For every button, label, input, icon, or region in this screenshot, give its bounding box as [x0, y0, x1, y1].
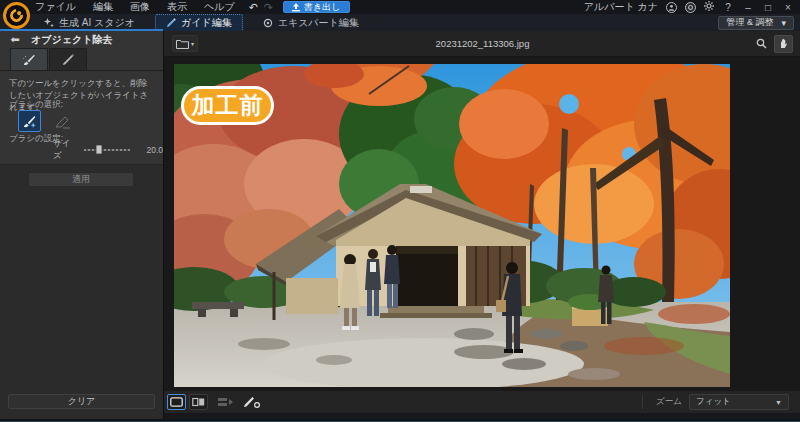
menu-file[interactable]: ファイル [35, 0, 76, 14]
help-icon[interactable]: ? [722, 2, 734, 13]
highlight-brush-icon [22, 114, 37, 129]
close-icon[interactable]: × [782, 2, 794, 13]
app-window: ファイル 編集 画像 表示 ヘルプ ↶ ↷ 書き出し アルバート カナ [0, 0, 800, 422]
guided-edit-pen-icon [166, 18, 176, 28]
canvas-area: ▾ 20231202_113306.jpg [163, 31, 800, 422]
single-view-button[interactable] [167, 394, 186, 410]
highlight-brush-button[interactable] [18, 110, 41, 132]
active-panel-accent [0, 29, 163, 31]
tab-guided-label: ガイド編集 [181, 16, 232, 30]
magnifier-icon [756, 38, 767, 49]
before-badge: 加工前 [181, 86, 274, 125]
single-view-icon [170, 397, 183, 407]
back-arrow-icon[interactable]: ⬅ [5, 33, 25, 46]
export-button[interactable]: 書き出し [283, 1, 349, 13]
panel-tabs [10, 48, 87, 70]
zoom-tool-button[interactable] [752, 35, 771, 53]
menu-help[interactable]: ヘルプ [204, 0, 235, 14]
chevron-down-icon: ▾ [781, 18, 786, 28]
image-viewport[interactable]: 加工前 [164, 57, 800, 390]
zoom-dropdown-arrow-icon: ▼ [775, 399, 782, 406]
eraser-brush-icon-disabled[interactable] [55, 115, 71, 133]
export-icon [292, 3, 300, 12]
split-view-button[interactable] [189, 394, 208, 410]
minimize-icon[interactable]: – [742, 2, 754, 13]
menu-bar: ファイル 編集 画像 表示 ヘルプ [35, 0, 235, 14]
app-logo-icon [3, 2, 30, 29]
zoom-label: ズーム [656, 396, 682, 408]
menu-edit[interactable]: 編集 [93, 0, 113, 14]
manage-adjust-button[interactable]: 管理 & 調整 ▾ [718, 16, 794, 30]
zoom-controls: ズーム フィット ▼ [642, 394, 800, 410]
smart-brush-icon [22, 53, 36, 67]
photo-canvas[interactable]: 加工前 [174, 64, 730, 387]
compare-slider-icon[interactable] [218, 397, 233, 408]
tab-manual-brush[interactable] [49, 48, 87, 70]
size-value: 20.0 [146, 145, 163, 155]
size-slider-handle[interactable] [96, 145, 102, 154]
user-name: アルバート カナ [584, 0, 658, 14]
folder-chevron-icon: ▾ [191, 40, 194, 47]
draw-mask-icon[interactable] [243, 396, 260, 408]
expert-edit-icon [263, 18, 273, 28]
account-status-icon[interactable] [685, 2, 696, 13]
apply-button[interactable]: 適用 [28, 172, 134, 187]
folder-icon [176, 39, 189, 49]
toolbar-divider [642, 395, 643, 409]
size-label: サイズ [53, 138, 77, 162]
before-badge-label: 加工前 [192, 90, 264, 121]
tab-expert-edit[interactable]: エキスパート編集 [257, 15, 365, 31]
panel-title: オブジェクト除去 [31, 33, 112, 47]
tab-expert-label: エキスパート編集 [278, 16, 359, 30]
hand-icon [778, 38, 789, 49]
clear-button[interactable]: クリア [8, 394, 155, 409]
manual-brush-icon [61, 53, 75, 67]
view-tools [752, 35, 800, 53]
sparkles-icon [44, 18, 54, 28]
settings-gear-icon[interactable] [704, 1, 714, 13]
maximize-icon[interactable]: □ [762, 2, 774, 13]
menu-view[interactable]: 表示 [167, 0, 187, 14]
object-removal-panel: ⬅ オブジェクト除去 下のツールをクリックすると、削除したいオブジェクトがハイラ… [0, 31, 163, 422]
size-slider[interactable] [84, 149, 131, 151]
export-label: 書き出し [304, 1, 340, 14]
split-view-icon [192, 397, 205, 407]
menu-image[interactable]: 画像 [130, 0, 150, 14]
manage-adjust-label: 管理 & 調整 [726, 16, 773, 29]
tab-generative-label: 生成 AI スタジオ [59, 16, 135, 30]
tab-smart-brush[interactable] [10, 48, 48, 70]
redo-icon[interactable]: ↷ [264, 1, 273, 14]
file-bar: ▾ 20231202_113306.jpg [164, 31, 800, 57]
history-buttons: ↶ ↷ [249, 1, 273, 14]
titlebar-right: アルバート カナ ? – □ × [584, 0, 800, 14]
brush-size-row: サイズ 20.0 [0, 144, 163, 156]
undo-icon[interactable]: ↶ [249, 1, 258, 14]
zoom-value: フィット [696, 396, 731, 408]
panel-lower-section [0, 164, 163, 422]
panel-header: ⬅ オブジェクト除去 [0, 31, 163, 48]
canvas-toolbar: ズーム フィット ▼ [164, 390, 800, 413]
open-folder-button[interactable]: ▾ [172, 35, 198, 52]
zoom-select[interactable]: フィット ▼ [689, 394, 789, 410]
title-bar: ファイル 編集 画像 表示 ヘルプ ↶ ↷ 書き出し アルバート カナ [0, 0, 800, 14]
file-name: 20231202_113306.jpg [164, 38, 800, 49]
avatar-icon[interactable] [666, 2, 677, 13]
tab-guided-edit[interactable]: ガイド編集 [155, 14, 243, 32]
pan-tool-button[interactable] [774, 35, 793, 53]
panel-tab-divider [0, 70, 163, 71]
